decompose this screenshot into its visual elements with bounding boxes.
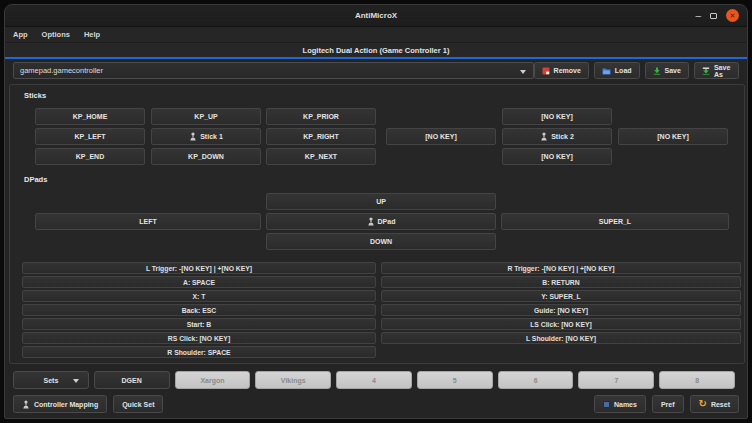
menu-help[interactable]: Help	[84, 30, 100, 39]
stick1-down-button[interactable]: KP_DOWN	[151, 148, 261, 165]
y-button[interactable]: Y: SUPER_L	[381, 290, 741, 302]
dpads-section-title: DPads	[24, 175, 47, 184]
sets-dropdown-label: Sets	[43, 377, 58, 384]
guide-button[interactable]: Guide: [NO KEY]	[381, 304, 741, 316]
sticks-section-title: Sticks	[24, 91, 46, 100]
save-as-button[interactable]: Save As	[694, 62, 739, 79]
chevron-down-icon	[520, 70, 526, 74]
stick1-right-button[interactable]: KP_RIGHT	[266, 128, 376, 145]
dpad-down-button[interactable]: DOWN	[266, 233, 496, 250]
menubar: App Options Help	[5, 27, 747, 43]
reset-icon: ↻	[699, 400, 707, 408]
menu-app[interactable]: App	[13, 30, 28, 39]
antimicrox-window: AntiMicroX – ✕ App Options Help Logitech…	[4, 4, 748, 419]
dpad-label: DPad	[378, 218, 396, 225]
x-button[interactable]: X: T	[22, 290, 376, 302]
maximize-icon[interactable]	[710, 13, 717, 19]
load-button[interactable]: Load	[594, 62, 640, 79]
stick2-center-button[interactable]: Stick 2	[502, 128, 612, 145]
names-toggle-button[interactable]: Names	[594, 395, 646, 413]
stick1-downright-button[interactable]: KP_NEXT	[266, 148, 376, 165]
titlebar: AntiMicroX – ✕	[5, 5, 747, 27]
stick1-up-button[interactable]: KP_UP	[151, 108, 261, 125]
remove-label: Remove	[554, 67, 581, 74]
stick1-upleft-button[interactable]: KP_HOME	[35, 108, 145, 125]
b-button[interactable]: B: RETURN	[381, 276, 741, 288]
set-button-3[interactable]: Vikings	[255, 371, 331, 389]
joystick-icon	[540, 132, 548, 141]
stick1-label: Stick 1	[200, 133, 223, 140]
stick2-down-button[interactable]: [NO KEY]	[502, 148, 612, 165]
footer-bar: Controller Mapping Quick Set Names Pref …	[13, 395, 739, 413]
l-shoulder-button[interactable]: L Shoulder: [NO KEY]	[381, 332, 741, 344]
profile-toolbar: gamepad.gamecontroller Remove Load Save …	[13, 62, 739, 79]
load-label: Load	[615, 67, 632, 74]
set-button-6[interactable]: 6	[498, 371, 574, 389]
stick1-downleft-button[interactable]: KP_END	[35, 148, 145, 165]
save-button[interactable]: Save	[645, 62, 689, 79]
minimize-icon[interactable]: –	[695, 13, 701, 19]
joystick-icon	[189, 132, 197, 141]
stick2-up-button[interactable]: [NO KEY]	[502, 108, 612, 125]
sets-dropdown[interactable]: Sets	[13, 371, 89, 389]
controller-mapping-label: Controller Mapping	[34, 401, 98, 408]
profile-dropdown[interactable]: gamepad.gamecontroller	[13, 62, 534, 79]
names-checkbox-icon	[603, 401, 610, 408]
names-label: Names	[614, 401, 637, 408]
remove-button[interactable]: Remove	[534, 62, 589, 79]
save-as-label: Save As	[714, 64, 731, 78]
ls-click-button[interactable]: LS Click: [NO KEY]	[381, 318, 741, 330]
remove-icon	[542, 67, 550, 75]
folder-open-icon	[602, 67, 611, 75]
set-button-4[interactable]: 4	[336, 371, 412, 389]
set-button-5[interactable]: 5	[417, 371, 493, 389]
window-title: AntiMicroX	[355, 11, 397, 20]
save-label: Save	[665, 67, 681, 74]
tab-controller[interactable]: Logitech Dual Action (Game Controller 1)	[303, 46, 450, 55]
ltrigger-button[interactable]: L Trigger: -[NO KEY] | +[NO KEY]	[22, 262, 376, 274]
dpad-up-button[interactable]: UP	[266, 193, 496, 210]
set-button-8[interactable]: 8	[659, 371, 735, 389]
rs-click-button[interactable]: RS Click: [NO KEY]	[22, 332, 376, 344]
joystick-icon	[367, 217, 375, 226]
r-shoulder-button[interactable]: R Shoulder: SPACE	[22, 346, 376, 358]
stick1-center-button[interactable]: Stick 1	[151, 128, 261, 145]
dpad-left-button[interactable]: LEFT	[35, 213, 261, 230]
set-button-7[interactable]: 7	[578, 371, 654, 389]
reset-label: Reset	[711, 401, 730, 408]
save-icon	[653, 67, 661, 75]
stick2-label: Stick 2	[551, 133, 574, 140]
controller-tabbar: Logitech Dual Action (Game Controller 1)	[5, 43, 747, 59]
joystick-icon	[22, 400, 30, 409]
save-as-icon	[702, 67, 710, 75]
a-button[interactable]: A: SPACE	[22, 276, 376, 288]
profile-dropdown-value: gamepad.gamecontroller	[20, 66, 103, 75]
sets-row: Sets DGEN Xargon Vikings 4 5 6 7 8	[13, 371, 735, 389]
stick2-left-button[interactable]: [NO KEY]	[386, 128, 496, 145]
pref-button[interactable]: Pref	[652, 395, 684, 413]
rtrigger-button[interactable]: R Trigger: -[NO KEY] | +[NO KEY]	[381, 262, 741, 274]
controller-mapping-button[interactable]: Controller Mapping	[13, 395, 107, 413]
set-button-active[interactable]: DGEN	[94, 371, 170, 389]
start-button[interactable]: Start: B	[22, 318, 376, 330]
back-button[interactable]: Back: ESC	[22, 304, 376, 316]
stick1-left-button[interactable]: KP_LEFT	[35, 128, 145, 145]
close-icon[interactable]: ✕	[726, 9, 739, 22]
set-button-2[interactable]: Xargon	[175, 371, 251, 389]
dpad-center-button[interactable]: DPad	[266, 213, 496, 230]
chevron-down-icon	[73, 379, 79, 383]
dpad-right-button[interactable]: SUPER_L	[501, 213, 729, 230]
reset-button[interactable]: ↻ Reset	[690, 395, 739, 413]
quick-set-button[interactable]: Quick Set	[113, 395, 163, 413]
mapping-panel: Sticks KP_HOME KP_UP KP_PRIOR KP_LEFT St…	[9, 84, 745, 364]
stick1-upright-button[interactable]: KP_PRIOR	[266, 108, 376, 125]
stick2-right-button[interactable]: [NO KEY]	[618, 128, 728, 145]
menu-options[interactable]: Options	[42, 30, 70, 39]
